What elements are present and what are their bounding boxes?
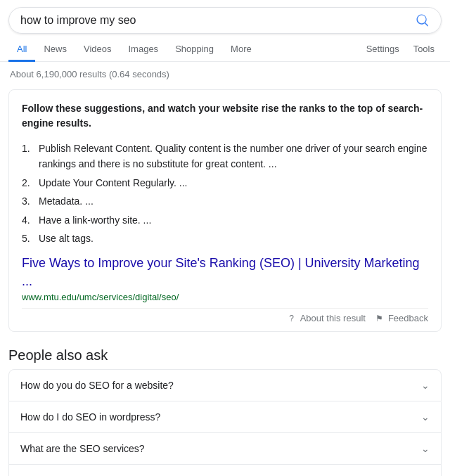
result-meta: ? About this result ⚑ Feedback bbox=[22, 308, 428, 324]
list-item-text: Use alt tags. bbox=[39, 233, 94, 244]
list-item-text: Have a link-worthy site. ... bbox=[39, 214, 151, 226]
paa-item-2[interactable]: What are the SEO services? ⌄ bbox=[8, 433, 442, 465]
list-item-text: Publish Relevant Content. Quality conten… bbox=[39, 143, 428, 169]
paa-item-3[interactable]: What is SEO and what does it stand for? … bbox=[8, 465, 442, 476]
about-result-label: About this result bbox=[300, 313, 366, 323]
list-item: 1. Publish Relevant Content. Quality con… bbox=[22, 139, 428, 174]
list-num: 2. bbox=[22, 175, 30, 191]
tab-images[interactable]: Images bbox=[120, 38, 167, 62]
chevron-down-icon: ⌄ bbox=[421, 411, 430, 423]
results-count: About 6,190,000 results (0.64 seconds) bbox=[0, 62, 450, 85]
paa-question-0: How do you do SEO for a website? bbox=[20, 380, 174, 391]
list-item: 4. Have a link-worthy site. ... bbox=[22, 211, 428, 229]
tab-settings[interactable]: Settings bbox=[359, 38, 406, 62]
tab-news[interactable]: News bbox=[35, 38, 75, 62]
tab-videos[interactable]: Videos bbox=[75, 38, 120, 62]
search-icon bbox=[416, 13, 430, 27]
result-intro: Follow these suggestions, and watch your… bbox=[22, 101, 428, 131]
flag-icon: ⚑ bbox=[374, 313, 385, 324]
list-item: 2. Update Your Content Regularly. ... bbox=[22, 174, 428, 192]
paa-item-0[interactable]: How do you do SEO for a website? ⌄ bbox=[8, 369, 442, 401]
tab-shopping[interactable]: Shopping bbox=[167, 38, 222, 62]
paa-question-2: What are the SEO services? bbox=[20, 443, 145, 454]
feedback-label: Feedback bbox=[388, 313, 428, 323]
about-result-button[interactable]: ? About this result bbox=[286, 313, 366, 324]
search-bar bbox=[8, 7, 442, 34]
result-link-title[interactable]: Five Ways to Improve your Site's Ranking… bbox=[22, 255, 428, 290]
list-item: 3. Metadata. ... bbox=[22, 192, 428, 210]
paa-item-1[interactable]: How do I do SEO in wordpress? ⌄ bbox=[8, 401, 442, 433]
list-item: 5. Use alt tags. bbox=[22, 229, 428, 247]
tab-tools[interactable]: Tools bbox=[406, 38, 442, 62]
tab-all[interactable]: All bbox=[8, 38, 35, 62]
result-url: www.mtu.edu/umc/services/digital/seo/ bbox=[22, 292, 428, 302]
list-num: 5. bbox=[22, 231, 30, 246]
chevron-down-icon: ⌄ bbox=[421, 443, 430, 454]
question-icon: ? bbox=[286, 313, 297, 324]
paa-section: People also ask How do you do SEO for a … bbox=[8, 339, 442, 476]
nav-tabs: All News Videos Images Shopping More Set… bbox=[0, 34, 450, 62]
result-card: Follow these suggestions, and watch your… bbox=[8, 89, 442, 332]
list-item-text: Update Your Content Regularly. ... bbox=[39, 177, 187, 188]
tab-more[interactable]: More bbox=[222, 38, 260, 62]
search-input[interactable] bbox=[20, 14, 416, 27]
search-bar-container bbox=[0, 0, 450, 34]
list-item-text: Metadata. ... bbox=[39, 195, 94, 207]
list-num: 4. bbox=[22, 212, 30, 228]
list-num: 1. bbox=[22, 141, 30, 156]
search-button[interactable] bbox=[416, 13, 430, 27]
chevron-down-icon: ⌄ bbox=[421, 380, 430, 391]
result-list: 1. Publish Relevant Content. Quality con… bbox=[22, 139, 428, 247]
paa-question-1: How do I do SEO in wordpress? bbox=[20, 411, 160, 423]
list-num: 3. bbox=[22, 193, 30, 209]
feedback-button[interactable]: ⚑ Feedback bbox=[374, 313, 428, 324]
paa-title: People also ask bbox=[8, 339, 442, 369]
